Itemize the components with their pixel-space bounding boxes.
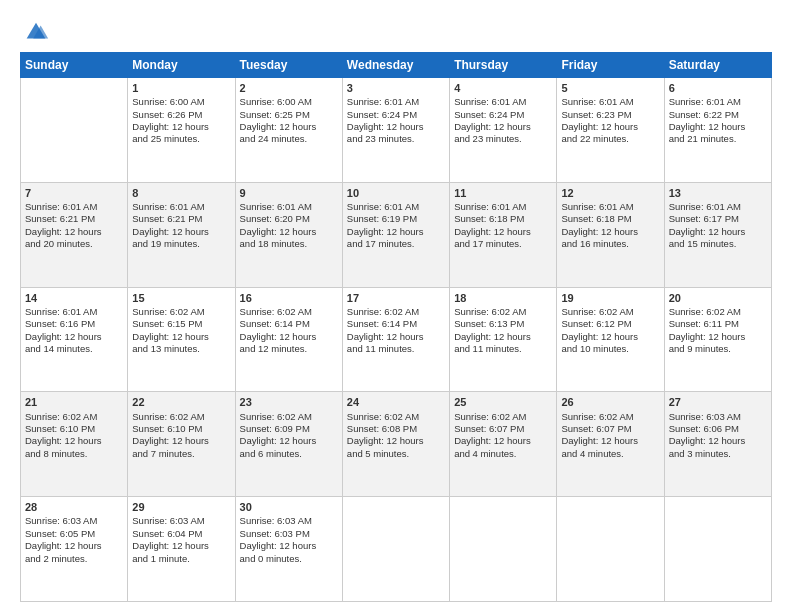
calendar-cell [557,497,664,602]
calendar-week-row: 14Sunrise: 6:01 AMSunset: 6:16 PMDayligh… [21,287,772,392]
calendar-week-row: 1Sunrise: 6:00 AMSunset: 6:26 PMDaylight… [21,78,772,183]
day-number: 10 [347,186,445,200]
calendar-cell: 1Sunrise: 6:00 AMSunset: 6:26 PMDaylight… [128,78,235,183]
calendar-cell [450,497,557,602]
calendar-cell: 3Sunrise: 6:01 AMSunset: 6:24 PMDaylight… [342,78,449,183]
day-number: 12 [561,186,659,200]
day-number: 18 [454,291,552,305]
day-number: 15 [132,291,230,305]
calendar-cell: 7Sunrise: 6:01 AMSunset: 6:21 PMDaylight… [21,182,128,287]
calendar-cell: 27Sunrise: 6:03 AMSunset: 6:06 PMDayligh… [664,392,771,497]
day-number: 27 [669,395,767,409]
calendar-cell: 22Sunrise: 6:02 AMSunset: 6:10 PMDayligh… [128,392,235,497]
calendar-cell: 15Sunrise: 6:02 AMSunset: 6:15 PMDayligh… [128,287,235,392]
calendar-cell: 17Sunrise: 6:02 AMSunset: 6:14 PMDayligh… [342,287,449,392]
logo-icon [22,18,50,46]
day-number: 6 [669,81,767,95]
calendar-cell: 28Sunrise: 6:03 AMSunset: 6:05 PMDayligh… [21,497,128,602]
calendar-cell: 8Sunrise: 6:01 AMSunset: 6:21 PMDaylight… [128,182,235,287]
calendar-cell: 9Sunrise: 6:01 AMSunset: 6:20 PMDaylight… [235,182,342,287]
calendar-cell: 26Sunrise: 6:02 AMSunset: 6:07 PMDayligh… [557,392,664,497]
calendar-cell: 20Sunrise: 6:02 AMSunset: 6:11 PMDayligh… [664,287,771,392]
calendar-day-header: Monday [128,53,235,78]
calendar-cell: 12Sunrise: 6:01 AMSunset: 6:18 PMDayligh… [557,182,664,287]
calendar-week-row: 28Sunrise: 6:03 AMSunset: 6:05 PMDayligh… [21,497,772,602]
calendar-cell: 21Sunrise: 6:02 AMSunset: 6:10 PMDayligh… [21,392,128,497]
calendar-cell: 30Sunrise: 6:03 AMSunset: 6:03 PMDayligh… [235,497,342,602]
calendar-cell [21,78,128,183]
day-number: 24 [347,395,445,409]
calendar-cell: 19Sunrise: 6:02 AMSunset: 6:12 PMDayligh… [557,287,664,392]
day-number: 1 [132,81,230,95]
calendar-week-row: 21Sunrise: 6:02 AMSunset: 6:10 PMDayligh… [21,392,772,497]
calendar-week-row: 7Sunrise: 6:01 AMSunset: 6:21 PMDaylight… [21,182,772,287]
calendar-day-header: Tuesday [235,53,342,78]
calendar-header-row: SundayMondayTuesdayWednesdayThursdayFrid… [21,53,772,78]
calendar-cell: 2Sunrise: 6:00 AMSunset: 6:25 PMDaylight… [235,78,342,183]
day-number: 7 [25,186,123,200]
calendar-day-header: Saturday [664,53,771,78]
day-number: 9 [240,186,338,200]
day-number: 8 [132,186,230,200]
calendar-cell: 5Sunrise: 6:01 AMSunset: 6:23 PMDaylight… [557,78,664,183]
day-number: 4 [454,81,552,95]
calendar-cell [342,497,449,602]
calendar-cell: 23Sunrise: 6:02 AMSunset: 6:09 PMDayligh… [235,392,342,497]
day-number: 21 [25,395,123,409]
day-number: 29 [132,500,230,514]
calendar-cell [664,497,771,602]
day-number: 23 [240,395,338,409]
day-number: 17 [347,291,445,305]
calendar-cell: 14Sunrise: 6:01 AMSunset: 6:16 PMDayligh… [21,287,128,392]
calendar-cell: 24Sunrise: 6:02 AMSunset: 6:08 PMDayligh… [342,392,449,497]
calendar-day-header: Wednesday [342,53,449,78]
calendar-cell: 4Sunrise: 6:01 AMSunset: 6:24 PMDaylight… [450,78,557,183]
day-number: 3 [347,81,445,95]
day-number: 2 [240,81,338,95]
day-number: 11 [454,186,552,200]
day-number: 20 [669,291,767,305]
day-number: 14 [25,291,123,305]
day-number: 28 [25,500,123,514]
day-number: 25 [454,395,552,409]
day-number: 19 [561,291,659,305]
calendar-cell: 11Sunrise: 6:01 AMSunset: 6:18 PMDayligh… [450,182,557,287]
calendar-day-header: Sunday [21,53,128,78]
calendar-cell: 16Sunrise: 6:02 AMSunset: 6:14 PMDayligh… [235,287,342,392]
calendar-day-header: Friday [557,53,664,78]
day-number: 22 [132,395,230,409]
day-number: 13 [669,186,767,200]
day-number: 16 [240,291,338,305]
logo [20,18,50,42]
calendar-cell: 18Sunrise: 6:02 AMSunset: 6:13 PMDayligh… [450,287,557,392]
calendar-cell: 10Sunrise: 6:01 AMSunset: 6:19 PMDayligh… [342,182,449,287]
header [20,18,772,42]
calendar-day-header: Thursday [450,53,557,78]
calendar-cell: 29Sunrise: 6:03 AMSunset: 6:04 PMDayligh… [128,497,235,602]
calendar-cell: 13Sunrise: 6:01 AMSunset: 6:17 PMDayligh… [664,182,771,287]
day-number: 5 [561,81,659,95]
calendar-table: SundayMondayTuesdayWednesdayThursdayFrid… [20,52,772,602]
day-number: 26 [561,395,659,409]
day-number: 30 [240,500,338,514]
calendar-cell: 25Sunrise: 6:02 AMSunset: 6:07 PMDayligh… [450,392,557,497]
page: SundayMondayTuesdayWednesdayThursdayFrid… [0,0,792,612]
calendar-cell: 6Sunrise: 6:01 AMSunset: 6:22 PMDaylight… [664,78,771,183]
